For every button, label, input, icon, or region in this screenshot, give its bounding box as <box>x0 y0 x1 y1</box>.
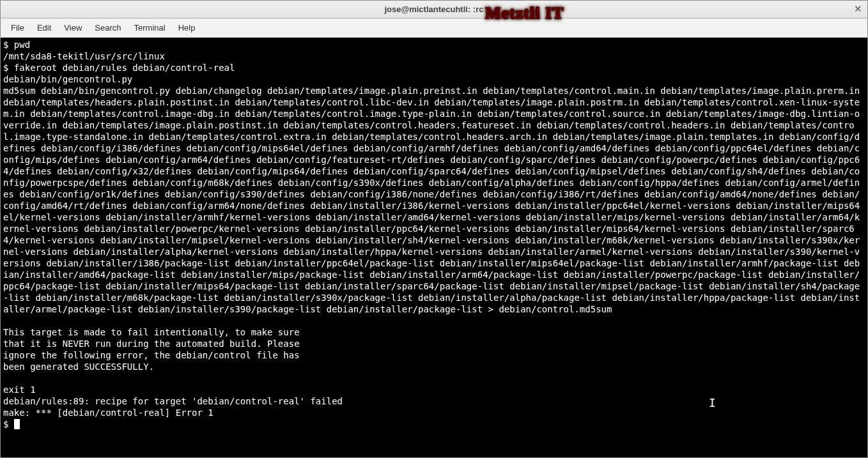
menubar: File Edit View Search Terminal Help <box>1 19 867 38</box>
terminal-line: /mnt/sda8-tekitl/usr/src/linux <box>3 51 165 61</box>
terminal-window: jose@mictlantecuhtli: :rc ✕ File Edit Vi… <box>0 0 868 458</box>
terminal-line: $ pwd <box>3 40 30 50</box>
menu-file[interactable]: File <box>4 20 31 35</box>
terminal-line: ignore the following error, the debian/c… <box>3 350 300 360</box>
close-icon[interactable]: ✕ <box>852 3 864 15</box>
terminal-line: md5sum debian/bin/gencontrol.py debian/c… <box>3 86 865 314</box>
terminal-line: exit 1 <box>3 385 36 395</box>
menu-help[interactable]: Help <box>172 20 202 35</box>
menu-terminal[interactable]: Terminal <box>128 20 172 35</box>
titlebar[interactable]: jose@mictlantecuhtli: :rc ✕ <box>1 1 867 19</box>
menu-search[interactable]: Search <box>88 20 127 35</box>
terminal-line: debian/bin/gencontrol.py <box>3 74 132 84</box>
block-cursor <box>14 419 20 429</box>
terminal-line: $ <box>3 419 14 429</box>
window-title: jose@mictlantecuhtli: :rc <box>1 4 867 14</box>
terminal-output[interactable]: $ pwd /mnt/sda8-tekitl/usr/src/linux $ f… <box>1 38 867 457</box>
terminal-line: that it is NEVER run during the automate… <box>3 339 300 349</box>
terminal-line: been generated SUCCESSFULLY. <box>3 362 154 372</box>
menu-view[interactable]: View <box>58 20 88 35</box>
terminal-line: make: *** [debian/control-real] Error 1 <box>3 408 213 418</box>
terminal-line: This target is made to fail intentionall… <box>3 327 300 337</box>
terminal-line: debian/rules:89: recipe for target 'debi… <box>3 396 343 406</box>
terminal-line: $ fakeroot debian/rules debian/control-r… <box>3 63 235 73</box>
menu-edit[interactable]: Edit <box>31 20 58 35</box>
